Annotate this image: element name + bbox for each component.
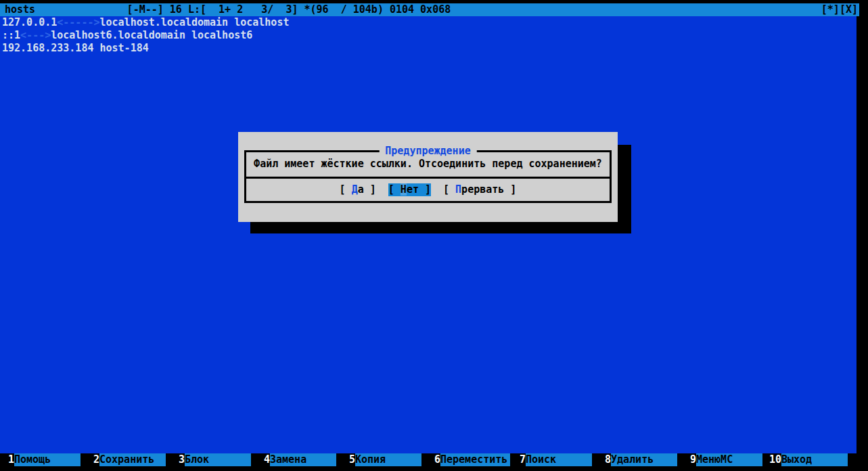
- tab-arrow: <--->: [20, 29, 51, 41]
- fkey-search[interactable]: 7Поиск: [513, 453, 599, 466]
- fkey-label: Копия: [355, 453, 421, 466]
- yes-button[interactable]: [ Да ]: [340, 183, 376, 196]
- fkey-number: 1: [2, 453, 14, 466]
- dialog-button-row: [ Да ] [ Нет ] [ Прервать ]: [238, 183, 618, 196]
- editor-status-text: hosts [-M--] 16 L:[ 1+ 2 3/ 3] *(96 / 10…: [5, 3, 451, 16]
- fkey-number: 9: [684, 453, 696, 466]
- fkey-label: Сохранить: [99, 453, 166, 466]
- fkey-label: Поиск: [526, 453, 592, 466]
- fkey-number: 2: [87, 453, 99, 466]
- line-text: localhost.localdomain localhost: [100, 16, 290, 28]
- editor-title-bar: hosts [-M--] 16 L:[ 1+ 2 3/ 3] *(96 / 10…: [0, 3, 859, 16]
- fkey-delete[interactable]: 8Удалить: [599, 453, 684, 466]
- button-label: ет: [407, 183, 419, 196]
- fkey-number: 5: [343, 453, 355, 466]
- fkey-move[interactable]: 6Переместить: [428, 453, 513, 466]
- fkey-label: Переместить: [440, 453, 510, 466]
- fkey-label: Помощь: [14, 453, 81, 466]
- editor-line[interactable]: 127.0.0.1<----->localhost.localdomain lo…: [2, 16, 289, 29]
- line-text: 127.0.0.1: [2, 16, 57, 28]
- abort-button[interactable]: [ Прервать ]: [443, 183, 516, 196]
- fkey-block[interactable]: 3Блок: [173, 453, 258, 466]
- fkey-label: Удалить: [611, 453, 677, 466]
- dialog-title: Предупреждение: [379, 145, 476, 158]
- fkey-label: Выход: [781, 453, 848, 466]
- bracket: ]: [504, 183, 516, 196]
- fkey-save[interactable]: 2Сохранить: [87, 453, 173, 466]
- text-cursor: Н: [401, 183, 407, 196]
- dialog-message: Файл имеет жёсткие ссылки. Отсоединить п…: [238, 158, 618, 171]
- fkey-replace[interactable]: 4Замена: [258, 453, 343, 466]
- button-label: а: [358, 183, 364, 196]
- fkey-menu[interactable]: 9МенюМС: [684, 453, 769, 466]
- fkey-number: 6: [428, 453, 440, 466]
- line-text: ::1: [2, 29, 20, 41]
- line-text: 192.168.233.184 host-184: [2, 42, 149, 54]
- fkey-copy[interactable]: 5Копия: [343, 453, 428, 466]
- fkey-quit[interactable]: 10Выход: [769, 453, 861, 466]
- fkey-number: 4: [258, 453, 270, 466]
- hotkey-letter: П: [455, 183, 461, 196]
- bracket: ]: [364, 183, 376, 196]
- fkey-label: Блок: [185, 453, 251, 466]
- editor-content[interactable]: 127.0.0.1<----->localhost.localdomain lo…: [0, 16, 856, 453]
- fkey-label: МенюМС: [696, 453, 762, 466]
- editor-line[interactable]: ::1<--->localhost6.localdomain localhost…: [2, 29, 252, 42]
- window-controls: [*][X]: [821, 3, 858, 16]
- bracket: [: [443, 183, 455, 196]
- hotkey-letter: Д: [352, 183, 358, 196]
- dialog-separator: [244, 177, 612, 179]
- button-label: рервать: [461, 183, 504, 196]
- maximize-button[interactable]: [*]: [821, 3, 840, 16]
- fkey-label: Замена: [270, 453, 336, 466]
- bracket: ]: [419, 183, 431, 196]
- warning-dialog: Предупреждение Файл имеет жёсткие ссылки…: [238, 132, 618, 222]
- close-button[interactable]: [X]: [840, 3, 858, 16]
- bracket: [: [340, 183, 352, 196]
- line-text: localhost6.localdomain localhost6: [51, 29, 252, 41]
- editor-line[interactable]: 192.168.233.184 host-184: [2, 42, 149, 55]
- fkey-number: 7: [513, 453, 526, 466]
- bracket: [: [388, 183, 401, 196]
- fkey-help[interactable]: 1Помощь: [2, 453, 87, 466]
- function-key-bar: 1Помощь 2Сохранить 3Блок 4Замена 5Копия …: [0, 453, 859, 466]
- terminal-screen: hosts [-M--] 16 L:[ 1+ 2 3/ 3] *(96 / 10…: [0, 0, 868, 471]
- no-button[interactable]: [ Нет ]: [388, 183, 431, 196]
- fkey-number: 10: [769, 453, 781, 466]
- tab-arrow: <----->: [57, 16, 99, 28]
- fkey-number: 3: [173, 453, 185, 466]
- fkey-number: 8: [599, 453, 611, 466]
